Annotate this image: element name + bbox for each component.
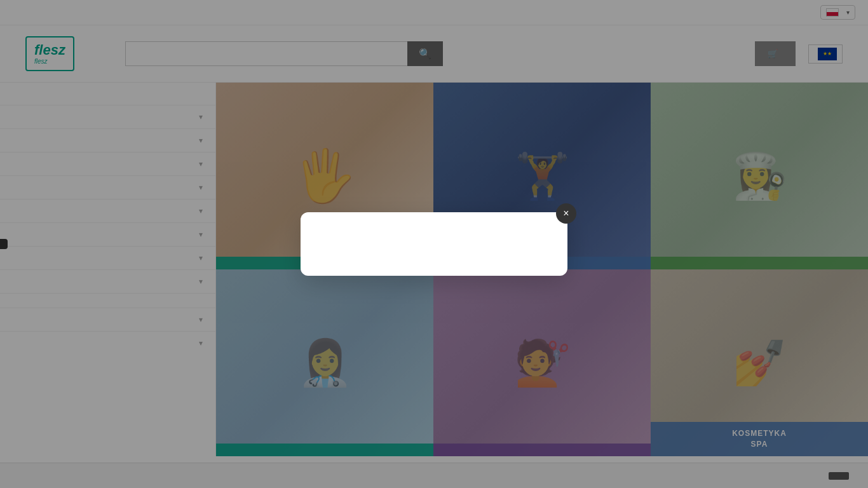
modal-overlay: × (0, 0, 868, 488)
modal-close-button[interactable]: × (556, 203, 576, 224)
modal-dialog: × (301, 212, 567, 276)
